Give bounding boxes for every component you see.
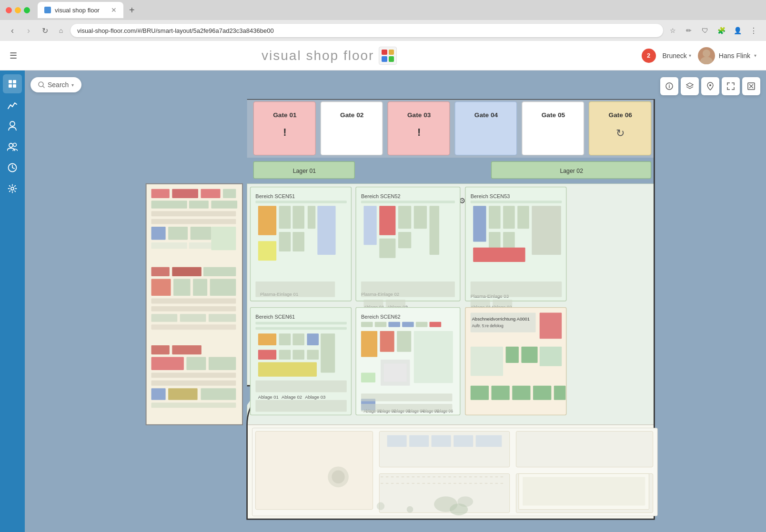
svg-rect-120 xyxy=(473,206,486,241)
back-button[interactable]: ‹ xyxy=(6,24,19,37)
browser-tab[interactable]: visual shop floor ✕ xyxy=(38,2,123,18)
svg-rect-52 xyxy=(223,189,236,198)
svg-rect-125 xyxy=(489,232,501,248)
svg-rect-109 xyxy=(379,239,395,258)
svg-rect-57 xyxy=(151,219,236,224)
svg-rect-138 xyxy=(258,333,276,345)
location-dropdown[interactable]: Bruneck ▾ xyxy=(663,52,691,60)
search-label: Search xyxy=(48,81,69,89)
svg-rect-192 xyxy=(255,432,373,510)
svg-rect-84 xyxy=(151,388,166,400)
hamburger-menu[interactable]: ☰ xyxy=(10,50,17,61)
svg-rect-103 xyxy=(361,201,455,203)
svg-rect-137 xyxy=(255,327,346,330)
svg-rect-156 xyxy=(375,322,387,327)
svg-text:!: ! xyxy=(417,126,421,138)
svg-rect-164 xyxy=(414,331,453,383)
svg-rect-85 xyxy=(168,388,198,400)
svg-rect-35 xyxy=(455,101,517,155)
app-container: ☰ visual shop floor 2 Bruneck ▾ xyxy=(0,41,766,532)
svg-rect-51 xyxy=(201,189,220,198)
forward-button[interactable]: › xyxy=(22,24,35,37)
svg-rect-107 xyxy=(414,206,427,229)
sidebar-item-clock[interactable] xyxy=(3,158,22,177)
svg-rect-163 xyxy=(397,331,411,352)
svg-rect-159 xyxy=(416,322,428,327)
svg-rect-37 xyxy=(522,101,584,155)
expand-button[interactable] xyxy=(722,77,740,95)
svg-rect-155 xyxy=(361,322,373,327)
svg-text:Gate 06: Gate 06 xyxy=(609,111,633,119)
svg-rect-115 xyxy=(363,300,383,307)
svg-line-14 xyxy=(43,86,44,88)
svg-point-203 xyxy=(407,506,413,513)
new-tab-button[interactable]: + xyxy=(129,5,135,16)
home-button[interactable]: ⌂ xyxy=(54,24,68,37)
reload-button[interactable]: ↻ xyxy=(38,24,51,37)
svg-rect-58 xyxy=(151,227,166,240)
svg-rect-82 xyxy=(151,372,236,378)
header-right: 2 Bruneck ▾ Hans Flink ▾ xyxy=(642,47,757,64)
svg-rect-126 xyxy=(503,232,515,248)
more-button[interactable]: ⋮ xyxy=(747,24,760,37)
extension-button[interactable]: ✏ xyxy=(682,24,695,37)
svg-rect-50 xyxy=(172,189,198,198)
svg-rect-95 xyxy=(317,206,335,255)
sidebar-item-analytics[interactable] xyxy=(3,95,22,114)
info-button[interactable]: i xyxy=(660,77,678,95)
svg-rect-148 xyxy=(255,381,346,392)
avatar xyxy=(698,47,715,64)
svg-rect-87 xyxy=(151,402,236,408)
svg-rect-208 xyxy=(432,435,451,447)
svg-text:Bereich SCEN61: Bereich SCEN61 xyxy=(255,314,295,320)
maximize-btn[interactable] xyxy=(24,7,30,13)
layers-button[interactable] xyxy=(681,77,699,95)
svg-rect-129 xyxy=(471,281,562,297)
svg-rect-98 xyxy=(258,241,276,261)
fullscreen-button[interactable] xyxy=(742,77,760,95)
tab-title: visual shop floor xyxy=(55,7,100,14)
search-button[interactable]: Search ▾ xyxy=(30,77,81,92)
search-icon xyxy=(38,81,45,88)
tab-close-icon[interactable]: ✕ xyxy=(111,6,117,14)
minimize-btn[interactable] xyxy=(15,7,21,13)
bookmark-button[interactable]: ☆ xyxy=(666,24,679,37)
address-bar[interactable] xyxy=(71,24,663,37)
svg-rect-169 xyxy=(361,393,452,401)
svg-text:Ablage 03: Ablage 03 xyxy=(305,394,325,400)
adblock-button[interactable]: 🛡 xyxy=(698,24,712,37)
svg-text:Auftr. 5:re defokxg: Auftr. 5:re defokxg xyxy=(472,324,504,328)
svg-rect-78 xyxy=(172,345,202,354)
svg-rect-2 xyxy=(9,80,12,83)
svg-rect-76 xyxy=(151,324,236,330)
user-caret: ▾ xyxy=(754,53,756,58)
svg-rect-188 xyxy=(512,386,530,400)
location-pin-button[interactable] xyxy=(701,77,719,95)
app-title: visual shop floor xyxy=(262,48,374,63)
svg-rect-73 xyxy=(151,314,178,321)
sidebar-item-person[interactable] xyxy=(3,116,22,135)
svg-rect-61 xyxy=(151,242,187,249)
svg-rect-112 xyxy=(361,281,455,297)
svg-rect-71 xyxy=(151,299,236,304)
sidebar-item-group[interactable] xyxy=(3,137,22,156)
svg-rect-72 xyxy=(151,306,236,311)
sidebar xyxy=(0,70,25,532)
svg-rect-74 xyxy=(180,314,206,321)
sidebar-item-dashboard[interactable] xyxy=(3,74,22,93)
user-profile-button[interactable]: 👤 xyxy=(731,24,744,37)
svg-rect-183 xyxy=(506,347,519,363)
svg-rect-162 xyxy=(380,331,394,352)
sidebar-item-settings[interactable] xyxy=(3,179,22,198)
notification-badge[interactable]: 2 xyxy=(642,49,656,63)
close-btn[interactable] xyxy=(6,7,12,13)
svg-rect-132 xyxy=(471,300,490,307)
svg-rect-184 xyxy=(521,347,537,363)
user-area[interactable]: Hans Flink ▾ xyxy=(698,47,756,64)
svg-rect-108 xyxy=(430,206,440,255)
extensions-button[interactable]: 🧩 xyxy=(715,24,728,37)
svg-rect-167 xyxy=(361,372,375,382)
svg-rect-60 xyxy=(191,227,212,240)
svg-rect-123 xyxy=(517,206,529,229)
browser-frame: visual shop floor ✕ + ‹ › ↻ ⌂ ☆ ✏ 🛡 🧩 👤 … xyxy=(0,0,766,41)
